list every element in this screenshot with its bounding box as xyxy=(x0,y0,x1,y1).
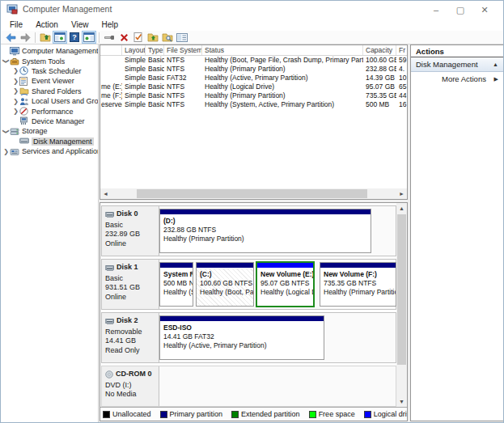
column-status[interactable]: Status xyxy=(202,45,363,55)
volume-list-header: Layout Type File System Status Capacity … xyxy=(100,45,407,56)
menu-help[interactable]: Help xyxy=(95,19,125,31)
tree-item-system-tools[interactable]: ❯ System Tools xyxy=(1,56,98,66)
up-folder-icon[interactable] xyxy=(38,31,53,44)
close-button[interactable]: ✕ xyxy=(472,1,497,19)
scroll-down-icon[interactable]: ▼ xyxy=(396,396,407,407)
partition-size: 735.35 GB NTFS xyxy=(324,279,396,288)
volume-row[interactable]: Simple Basic FAT32 Healthy (Active, Prim… xyxy=(100,74,407,82)
actions-pane: Actions Disk Management ▲ More Actions ▶ xyxy=(410,44,504,421)
cell-layout: Simple xyxy=(122,82,146,91)
disk-icon xyxy=(105,318,114,324)
cell-volume xyxy=(100,65,122,74)
tree-item-services-and-applications[interactable]: ❯ Services and Applications xyxy=(1,146,98,156)
collapse-icon[interactable]: ▲ xyxy=(493,61,498,67)
scroll-left-icon[interactable]: ◄ xyxy=(100,191,111,197)
cell-capacity: 232.88 GB xyxy=(363,65,396,74)
cell-free: 65 xyxy=(396,82,408,91)
disk-1-label[interactable]: Disk 1 Basic 931.51 GB Online xyxy=(102,260,159,309)
chevron-right-icon[interactable]: ❯ xyxy=(2,148,10,155)
scroll-right-icon[interactable]: ► xyxy=(396,191,407,197)
delete-icon[interactable] xyxy=(116,31,131,44)
cdrom-label[interactable]: CD-ROM 0 DVD (I:) No Media xyxy=(102,366,159,406)
logical-drive-swatch xyxy=(364,411,371,418)
column-volume[interactable] xyxy=(100,45,122,55)
chevron-right-icon[interactable]: ❯ xyxy=(12,67,19,74)
cell-layout: Simple xyxy=(122,65,146,74)
chevron-right-icon[interactable]: ❯ xyxy=(12,78,19,85)
vertical-scrollbar[interactable]: ▲ ▼ xyxy=(396,203,407,407)
title-bar: Computer Management – ▢ ✕ xyxy=(1,1,503,19)
properties-pane-icon[interactable] xyxy=(175,31,189,44)
minimize-button[interactable]: – xyxy=(424,1,448,19)
partition-new-volume-e[interactable]: New Volume (E:) 95.07 GB NTFS Healthy (L… xyxy=(256,261,315,307)
partition-d[interactable]: (D:) 232.88 GB NTFS Healthy (Primary Par… xyxy=(159,209,371,253)
partition-color-bar xyxy=(160,316,324,322)
maximize-button[interactable]: ▢ xyxy=(448,1,472,19)
column-layout[interactable]: Layout xyxy=(122,45,146,55)
menu-action[interactable]: Action xyxy=(29,19,65,31)
partition-status: Healthy (Active, Primary Partition) xyxy=(163,341,324,350)
volume-row[interactable]: me (F:) Simple Basic NTFS Healthy (Prima… xyxy=(100,91,407,100)
chevron-right-icon[interactable]: ❯ xyxy=(12,87,19,95)
volume-row[interactable]: Simple Basic NTFS Healthy (Primary Parti… xyxy=(100,65,407,74)
partition-status: Healthy (Primary Partition) xyxy=(163,235,371,243)
tree-item-shared-folders[interactable]: ❯ Shared Folders xyxy=(1,87,98,96)
open-folder-icon[interactable] xyxy=(146,31,160,44)
disk-2-label[interactable]: Disk 2 Removable 14.41 GB Read Only xyxy=(102,313,159,362)
scrollbar-thumb[interactable] xyxy=(137,189,367,198)
chevron-right-icon[interactable]: ❯ xyxy=(12,98,19,105)
column-type[interactable]: Type xyxy=(146,45,164,55)
cell-free: 10 xyxy=(396,74,408,82)
partition-system-reserved[interactable]: System R 500 MB N Healthy (S xyxy=(159,262,193,307)
disk-0-label[interactable]: Disk 0 Basic 232.89 GB Online xyxy=(102,206,159,256)
menu-file[interactable]: File xyxy=(3,19,29,31)
tree-item-local-users-and-groups[interactable]: ❯ Local Users and Groups xyxy=(1,96,98,106)
cd-rom-icon xyxy=(105,370,113,379)
volume-row[interactable]: Simple Basic NTFS Healthy (Boot, Page Fi… xyxy=(100,56,407,65)
tree-item-event-viewer[interactable]: ❯ Event Viewer xyxy=(1,76,98,86)
partition-color-bar xyxy=(160,209,371,215)
column-free[interactable]: Fr xyxy=(396,45,408,55)
cell-capacity: 14.39 GB xyxy=(363,74,396,82)
disk-status: Online xyxy=(105,293,157,302)
volume-row[interactable]: me (E:) Simple Basic NTFS Healthy (Logic… xyxy=(100,82,407,91)
help-icon[interactable]: ? xyxy=(67,31,82,44)
actions-group-disk-management[interactable]: Disk Management ▲ xyxy=(411,57,503,72)
forward-icon[interactable] xyxy=(18,31,32,44)
tree-item-computer-management[interactable]: ❯ Computer Management (Local) xyxy=(1,46,98,56)
legend-label: Extended partition xyxy=(241,410,300,418)
disk-icon xyxy=(105,264,114,271)
tree-item-device-manager[interactable]: ❯ Device Manager xyxy=(1,116,98,126)
column-file-system[interactable]: File System xyxy=(164,45,202,55)
partition-c[interactable]: (C:) 100.60 GB NTFS Healthy (Boot, Page … xyxy=(196,262,254,307)
show-action-pane-icon[interactable] xyxy=(82,31,96,44)
partition-esd-iso[interactable]: ESD-ISO 14.41 GB FAT32 Healthy (Active, … xyxy=(159,315,324,360)
chevron-expanded-icon[interactable]: ❯ xyxy=(2,128,10,135)
tree-item-storage[interactable]: ❯ Storage xyxy=(1,126,98,136)
tree-item-task-scheduler[interactable]: ❯ Task Scheduler xyxy=(1,66,98,76)
menu-view[interactable]: View xyxy=(65,19,95,31)
back-icon[interactable] xyxy=(3,31,18,44)
scrollbar-thumb[interactable] xyxy=(397,214,406,365)
svg-text:?: ? xyxy=(72,33,77,41)
partition-new-volume-f[interactable]: New Volume (F:) 735.35 GB NTFS Healthy (… xyxy=(320,262,396,307)
horizontal-scrollbar[interactable]: ◄ ► xyxy=(100,188,407,199)
column-capacity[interactable]: Capacity xyxy=(363,45,396,55)
primary-partition-swatch xyxy=(160,411,167,418)
remote-connection-icon[interactable] xyxy=(102,31,116,44)
cell-layout: Simple xyxy=(122,91,146,100)
partition-label: New Volume (E:) xyxy=(260,270,313,279)
chevron-expanded-icon[interactable]: ❯ xyxy=(2,57,10,65)
scroll-up-icon[interactable]: ▲ xyxy=(396,203,407,214)
volume-row[interactable]: eserved Simple Basic NTFS Healthy (Syste… xyxy=(100,100,407,109)
tree-item-disk-management[interactable]: ❯ Disk Management xyxy=(1,137,98,146)
find-folder-icon[interactable] xyxy=(160,31,175,44)
extended-partition-swatch xyxy=(231,411,239,418)
check-status-icon[interactable] xyxy=(131,31,146,44)
more-actions-item[interactable]: More Actions ▶ xyxy=(411,72,503,86)
services-icon xyxy=(10,147,20,156)
chevron-right-icon[interactable]: ❯ xyxy=(12,108,19,115)
legend-extended-partition: Extended partition xyxy=(231,410,300,418)
tree-item-performance[interactable]: ❯ Performance xyxy=(1,106,98,116)
show-console-tree-icon[interactable] xyxy=(53,31,67,44)
